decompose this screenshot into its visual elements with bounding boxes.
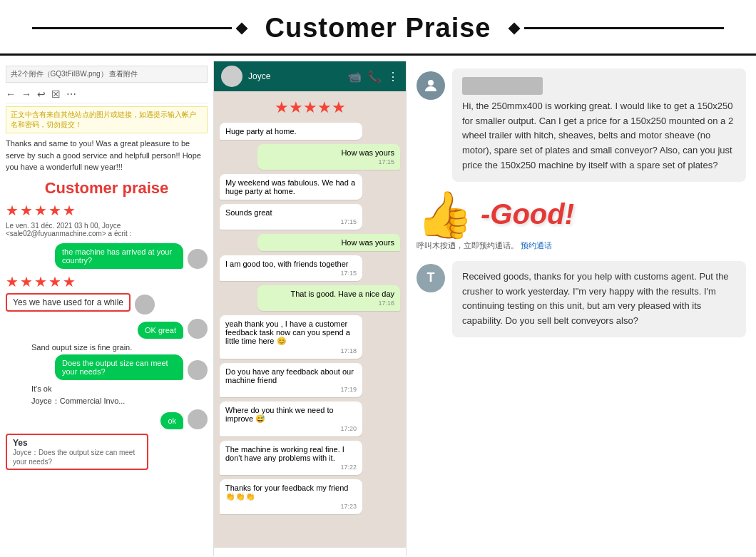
review2-text: Received goods, thanks for you help with… [462,270,736,329]
check-icon[interactable]: ☒ [51,88,61,100]
attachment-line: Joyce：Commercial Invo... [6,396,208,407]
chat-row-ok2: ok [6,409,208,429]
bubble-ok: ok [160,412,183,429]
main-content: 共2个附件（GQ3tFiIBW.png） 查看附件 ← → ↩ ☒ ⋯ 正文中含… [0,56,756,557]
good-label: -Good! [481,198,574,230]
highlight-box-2: Yes Joyce：Does the output size can meet … [6,434,148,470]
page-header: Customer Praise [0,0,756,56]
wa-bubble-7: yeah thank you , I have a customer feedb… [220,315,362,359]
review1-container: name Hi, the 250mmx400 is working great.… [417,68,746,182]
wa-call-icon[interactable]: 📞 [367,70,382,83]
wa-msg-3: Sounds great 17:15 [220,204,400,230]
reviewer1-avatar [417,71,445,100]
wa-text-6: That is good. Have a nice day [290,290,394,298]
email-warning: 正文中含有来自其他站点的图片或链接，如遇提示输入帐户名和密码，切勿提交！ [6,106,208,133]
wa-msg-8: Do you have any feedback about our machi… [220,363,400,397]
highlight2-title: Yes [13,438,141,448]
wa-text-2: My weekend was fabulous. We had a huge p… [225,178,355,195]
email-from: Le ven. 31 déc. 2021 03 h 00, Joyce <sal… [6,222,208,237]
more-icon[interactable]: ⋯ [66,88,76,100]
bubble-sent-1: the machine has arrived at your country? [55,243,183,269]
wa-text-7: yeah thank you , I have a customer feedb… [225,320,350,345]
wa-text-10: The machine is working real fine. I don'… [225,445,344,462]
wa-bubble-10: The machine is working real fine. I don'… [220,441,362,475]
wa-bubble-1: How was yours 17:15 [257,144,400,170]
wa-text-11: Thanks for your feedback my friend 👏👏👏 [225,484,348,501]
reviewer2-avatar: T [417,264,445,292]
svg-point-0 [428,80,434,86]
wa-contact-avatar [221,66,242,87]
chinese-text-row: 呼叫木按迺，立即预约通话。 预约通话 [417,240,746,251]
wa-msg-10: The machine is working real fine. I don'… [220,441,400,475]
avatar-recv-1 [135,295,155,315]
chinese-link[interactable]: 预约通话 [521,241,552,250]
wa-msg-11: Thanks for your feedback my friend 👏👏👏 1… [220,479,400,514]
wa-text-4: How was yours [341,238,394,247]
chat-row-ok: OK great [6,319,208,339]
wa-bubble-5: I am good too, with friends together 17:… [220,255,362,281]
chat-row-highlight1: Yes we have used for a while [6,293,208,315]
wa-msg-1: How was yours 17:15 [220,144,400,170]
header-diamond-left [236,22,248,34]
wa-video-icon[interactable]: 📹 [347,70,362,83]
email-attachment-bar: 共2个附件（GQ3tFiIBW.png） 查看附件 [6,66,208,83]
page-title: Customer Praise [265,13,491,44]
review2-card: Received goods, thanks for you help with… [452,261,746,337]
wa-messages: ★★★★★ Huge party at home. How was yours … [214,91,406,548]
review2-container: T Received goods, thanks for you help wi… [417,261,746,337]
email-toolbar[interactable]: ← → ↩ ☒ ⋯ [6,86,208,103]
wa-msg-0: Huge party at home. [220,123,400,140]
wa-msg-2: My weekend was fabulous. We had a huge p… [220,174,400,200]
bubble-ok-great: OK great [138,322,183,339]
wa-bubble-6: That is good. Have a nice day 17:16 [257,285,400,311]
wa-bubble-8: Do you have any feedback about our machi… [220,363,362,397]
thumbs-up-icon: 👍 [417,192,474,237]
wa-msg-6: That is good. Have a nice day 17:16 [220,285,400,311]
header-line-right [524,27,724,29]
wa-text-1: How was yours [341,148,394,157]
wa-more-icon[interactable]: ⋮ [387,70,399,83]
chat-row-1: the machine has arrived at your country? [6,243,208,269]
chat-row-highlight2: Yes Joyce：Does the output size can meet … [6,434,208,473]
review1-card: name Hi, the 250mmx400 is working great.… [452,68,746,182]
header-line-left [32,27,232,29]
avatar-sent-3 [188,360,208,380]
praise-subtitle: Customer praise [6,179,208,198]
wa-msg-4: How was yours [220,234,400,251]
wa-bubble-0: Huge party at home. [220,123,362,140]
highlight-box-1: Yes we have used for a while [6,293,131,312]
bubble-output: Does the output size can meet your needs… [55,354,183,380]
wa-bubble-2: My weekend was fabulous. We had a huge p… [220,174,362,200]
wa-text-3: Sounds great [225,208,272,217]
plain-text-ok: It's ok [6,384,208,393]
reviews-panel: name Hi, the 250mmx400 is working great.… [407,61,756,556]
wa-contact-name: Joyce [248,71,270,81]
avatar-sent-4 [188,409,208,429]
wa-bubble-11: Thanks for your feedback my friend 👏👏👏 1… [220,479,362,514]
stars-row-chat: ★★★★★ [6,273,208,290]
wa-text-5: I am good too, with friends together [225,260,348,268]
wa-text-8: Do you have any feedback about our machi… [225,367,354,384]
email-panel: 共2个附件（GQ3tFiIBW.png） 查看附件 ← → ↩ ☒ ⋯ 正文中含… [0,61,214,556]
wa-time-1: 17:15 [263,158,394,165]
highlight2-sub: Joyce：Does the output size can meet your… [13,448,141,466]
reviewer2-initial: T [427,270,435,285]
wa-bubble-3: Sounds great 17:15 [220,204,362,230]
chat-row-output: Does the output size can meet your needs… [6,354,208,380]
forward-icon[interactable]: → [21,88,31,100]
header-diamond-right [508,22,520,34]
wa-text-9: Where do you think we need to improve 😅 [225,406,334,423]
good-section: 👍 -Good! [417,192,746,237]
wa-msg-9: Where do you think we need to improve 😅 … [220,402,400,436]
avatar-sent-1 [188,249,208,269]
whatsapp-panel: Joyce 📹 📞 ⋮ ★★★★★ Huge party at home. Ho… [214,61,407,556]
avatar-sent-2 [188,319,208,339]
plain-text-grain: Sand ouput size is fine grain. [6,343,208,352]
wa-text-0: Huge party at home. [225,127,297,136]
email-stars: ★★★★★ [6,202,208,219]
email-body-text: Thanks and same to you! Was a great plea… [6,138,208,173]
back-icon[interactable]: ← [6,88,16,100]
reply-icon[interactable]: ↩ [37,88,46,100]
wa-bubble-9: Where do you think we need to improve 😅 … [220,402,362,436]
wa-header: Joyce 📹 📞 ⋮ [214,61,406,91]
